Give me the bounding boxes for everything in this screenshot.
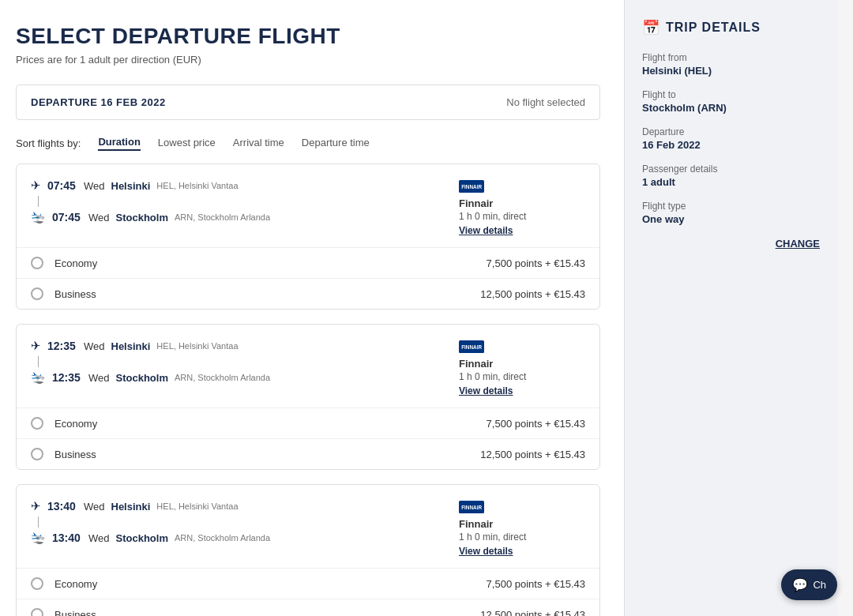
- chat-button[interactable]: 💬 Ch: [781, 569, 837, 600]
- flight-airline-2: FINNAIR Finnair 1 h 0 min, direct View d…: [427, 339, 585, 396]
- trip-details-title: TRIP DETAILS: [666, 21, 761, 35]
- arrive-code-2: ARN, Stockholm Arlanda: [175, 373, 270, 382]
- fare-class-economy-2: Economy: [54, 418, 487, 430]
- depart-day-2: Wed: [84, 340, 105, 352]
- fare-economy-2[interactable]: Economy 7,500 points + €15.43: [17, 408, 599, 439]
- depart-row-1: ✈ 07:45 Wed Helsinki HEL, Helsinki Vanta…: [31, 178, 427, 193]
- flight-type-row: Flight type One way: [642, 201, 820, 225]
- fare-price-business-1: 12,500 points + €15.43: [480, 288, 585, 300]
- arrive-time-3: 13:40: [52, 531, 82, 544]
- main-content: SELECT DEPARTURE FLIGHT Prices are for 1…: [0, 0, 624, 616]
- page-title: SELECT DEPARTURE FLIGHT: [16, 24, 600, 49]
- fare-radio-economy-2[interactable]: [31, 417, 43, 430]
- flight-card-top-2: ✈ 12:35 Wed Helsinki HEL, Helsinki Vanta…: [17, 325, 599, 408]
- calendar-icon: 📅: [642, 19, 659, 36]
- fare-economy-1[interactable]: Economy 7,500 points + €15.43: [17, 248, 599, 279]
- arrive-code-1: ARN, Stockholm Arlanda: [175, 212, 270, 222]
- depart-time-2: 12:35: [47, 340, 77, 352]
- sort-arrival-time[interactable]: Arrival time: [233, 137, 284, 150]
- arrive-row-1: 🛬 07:45 Wed Stockholm ARN, Stockholm Arl…: [31, 210, 427, 224]
- fare-radio-business-2[interactable]: [31, 448, 43, 460]
- fare-class-business-1: Business: [54, 288, 480, 300]
- arrive-day-2: Wed: [88, 372, 110, 384]
- flight-connector-3: [38, 516, 39, 528]
- airline-name-3: Finnair: [459, 518, 493, 530]
- flight-times-2: ✈ 12:35 Wed Helsinki HEL, Helsinki Vanta…: [31, 339, 427, 396]
- arrive-row-3: 🛬 13:40 Wed Stockholm ARN, Stockholm Arl…: [31, 531, 427, 545]
- fare-price-economy-1: 7,500 points + €15.43: [487, 257, 585, 269]
- fare-radio-economy-1[interactable]: [31, 257, 43, 269]
- flight-from-value: Helsinki (HEL): [642, 65, 820, 77]
- view-details-1[interactable]: View details: [459, 225, 513, 236]
- fare-business-3[interactable]: Business 12,500 points + €15.43: [17, 599, 599, 616]
- view-details-2[interactable]: View details: [459, 385, 513, 396]
- flight-type-value: One way: [642, 213, 820, 225]
- depart-code-1: HEL, Helsinki Vantaa: [156, 181, 238, 190]
- flight-to-value: Stockholm (ARN): [642, 102, 820, 114]
- sort-duration[interactable]: Duration: [98, 136, 140, 151]
- depart-day-1: Wed: [84, 180, 105, 192]
- fare-class-business-3: Business: [54, 609, 480, 617]
- depart-code-2: HEL, Helsinki Vantaa: [156, 341, 238, 351]
- fare-price-economy-2: 7,500 points + €15.43: [487, 418, 585, 430]
- flight-card-3: ✈ 13:40 Wed Helsinki HEL, Helsinki Vanta…: [16, 484, 600, 616]
- fare-radio-business-3[interactable]: [31, 608, 43, 616]
- flight-times-1: ✈ 07:45 Wed Helsinki HEL, Helsinki Vanta…: [31, 178, 427, 236]
- finnair-logo-1: FINNAIR: [459, 178, 484, 194]
- flight-card-2: ✈ 12:35 Wed Helsinki HEL, Helsinki Vanta…: [16, 324, 600, 470]
- fare-radio-business-1[interactable]: [31, 287, 43, 300]
- flight-card-top-3: ✈ 13:40 Wed Helsinki HEL, Helsinki Vanta…: [17, 485, 599, 569]
- sort-lowest-price[interactable]: Lowest price: [158, 137, 216, 150]
- departure-row: Departure 16 Feb 2022: [642, 126, 820, 151]
- flight-connector-2: [38, 356, 39, 367]
- svg-text:FINNAIR: FINNAIR: [461, 505, 482, 510]
- flight-duration-3: 1 h 0 min, direct: [459, 531, 526, 543]
- view-details-3[interactable]: View details: [459, 546, 513, 557]
- finnair-logo-3: FINNAIR: [459, 499, 484, 515]
- trip-details-header: 📅 TRIP DETAILS: [642, 19, 820, 36]
- svg-text:FINNAIR: FINNAIR: [461, 184, 482, 190]
- depart-city-1: Helsinki: [111, 180, 151, 192]
- fare-class-business-2: Business: [54, 449, 480, 460]
- arrive-day-3: Wed: [88, 532, 110, 544]
- flight-to-row: Flight to Stockholm (ARN): [642, 89, 820, 114]
- fare-economy-3[interactable]: Economy 7,500 points + €15.43: [17, 569, 599, 599]
- fare-price-business-3: 12,500 points + €15.43: [480, 609, 585, 617]
- flight-connector-1: [38, 196, 39, 207]
- chat-label: Ch: [813, 579, 826, 591]
- sort-bar: Sort flights by: Duration Lowest price A…: [16, 136, 600, 151]
- fare-business-2[interactable]: Business 12,500 points + €15.43: [17, 439, 599, 469]
- flight-to-label: Flight to: [642, 89, 820, 100]
- passenger-label: Passenger details: [642, 163, 820, 175]
- depart-city-3: Helsinki: [111, 501, 151, 513]
- depart-code-3: HEL, Helsinki Vantaa: [156, 501, 238, 511]
- departure-label: Departure: [642, 126, 820, 137]
- sort-departure-time[interactable]: Departure time: [302, 137, 370, 150]
- passenger-row: Passenger details 1 adult: [642, 163, 820, 188]
- change-button[interactable]: CHANGE: [642, 238, 820, 250]
- arrive-city-2: Stockholm: [116, 372, 168, 384]
- depart-city-2: Helsinki: [111, 340, 151, 352]
- fare-price-business-2: 12,500 points + €15.43: [480, 449, 585, 460]
- flight-type-label: Flight type: [642, 201, 820, 212]
- arrive-time-2: 12:35: [52, 371, 82, 384]
- flight-duration-1: 1 h 0 min, direct: [459, 211, 526, 222]
- sidebar: 📅 TRIP DETAILS Flight from Helsinki (HEL…: [624, 0, 837, 616]
- arrive-day-1: Wed: [88, 212, 110, 223]
- flight-from-label: Flight from: [642, 52, 820, 63]
- svg-text:FINNAIR: FINNAIR: [461, 344, 482, 350]
- flight-airline-3: FINNAIR Finnair 1 h 0 min, direct View d…: [427, 499, 585, 557]
- arrive-city-3: Stockholm: [116, 532, 168, 544]
- fare-business-1[interactable]: Business 12,500 points + €15.43: [17, 279, 599, 309]
- arrive-time-1: 07:45: [52, 211, 82, 223]
- fare-price-economy-3: 7,500 points + €15.43: [487, 578, 585, 590]
- depart-day-3: Wed: [84, 501, 105, 513]
- page-subtitle: Prices are for 1 adult per direction (EU…: [16, 54, 600, 66]
- fare-radio-economy-3[interactable]: [31, 577, 43, 590]
- depart-time-3: 13:40: [47, 500, 77, 513]
- chat-bubble-icon: 💬: [792, 577, 808, 592]
- finnair-logo-2: FINNAIR: [459, 339, 484, 355]
- passenger-value: 1 adult: [642, 176, 820, 188]
- arrive-city-1: Stockholm: [116, 212, 168, 223]
- flight-airline-1: FINNAIR Finnair 1 h 0 min, direct View d…: [427, 178, 585, 236]
